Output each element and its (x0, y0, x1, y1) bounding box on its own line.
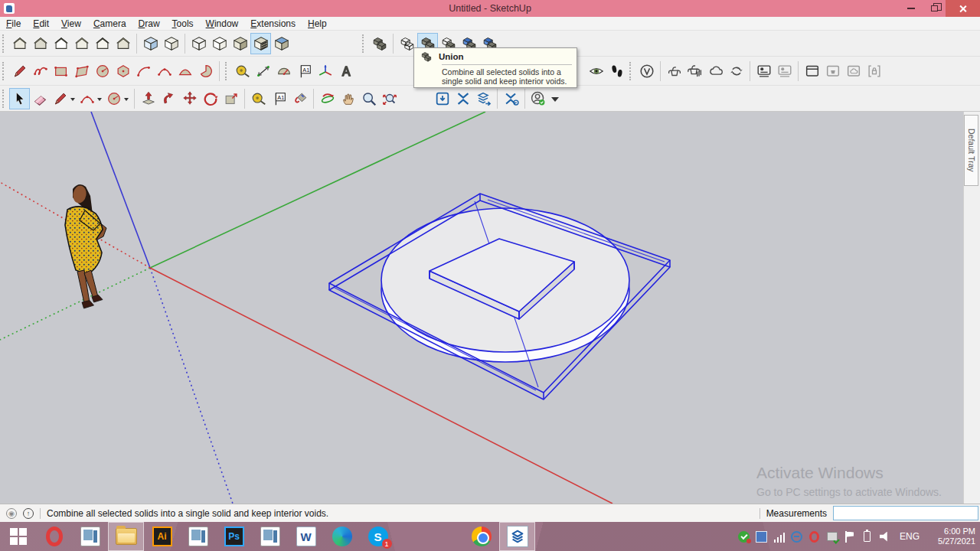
move-tool-button[interactable] (179, 88, 200, 109)
3d-text-button[interactable] (335, 60, 356, 82)
tape-measure-button[interactable] (232, 60, 253, 82)
text-tool-button[interactable]: A1 (269, 88, 289, 109)
view-back-button[interactable] (92, 33, 113, 54)
drawing-viewport[interactable]: Activate Windows Go to PC settings to ac… (0, 112, 963, 504)
menu-edit[interactable]: Edit (27, 18, 55, 30)
rectangle-tool-button[interactable] (51, 60, 71, 82)
windows-update-tray-icon[interactable] (826, 530, 838, 543)
vray-file-manager-button[interactable] (822, 60, 843, 82)
chevron-down-icon[interactable] (124, 98, 129, 103)
view-iso-button[interactable] (9, 33, 30, 54)
walk-button[interactable] (606, 60, 627, 82)
view-top-button[interactable] (30, 33, 51, 54)
dimension-button[interactable] (253, 60, 273, 82)
opera-tray-icon[interactable] (808, 530, 821, 543)
input-method-tray-icon[interactable] (756, 530, 768, 543)
select-tool-button[interactable] (9, 88, 30, 109)
chevron-down-icon[interactable] (70, 98, 75, 103)
orbit-tool-button[interactable] (317, 88, 338, 109)
zoom-tool-button[interactable] (358, 88, 379, 109)
start-button[interactable] (0, 522, 36, 551)
polygon-tool-button[interactable] (113, 60, 133, 82)
style-hidden-line-button[interactable] (209, 33, 230, 54)
style-monochrome-button[interactable] (271, 33, 292, 54)
3d-warehouse-button[interactable] (432, 88, 452, 109)
taskbar-app-window-3[interactable] (252, 522, 288, 551)
taskbar-skype[interactable]: S 1 (360, 522, 396, 551)
menu-extensions[interactable]: Extensions (244, 18, 302, 30)
style-shaded-button[interactable] (230, 33, 250, 54)
chevron-down-icon[interactable] (551, 97, 559, 104)
view-front-button[interactable] (51, 33, 71, 54)
credits-icon[interactable]: ↑ (23, 508, 34, 519)
rotate-tool-button[interactable] (200, 88, 220, 109)
style-wireframe-button[interactable] (188, 33, 209, 54)
text-tool-button[interactable]: A1 (294, 60, 315, 82)
close-button[interactable] (946, 0, 980, 17)
chevron-down-icon[interactable] (97, 98, 102, 103)
arc-tool-button[interactable] (133, 60, 154, 82)
antivirus-tray-icon[interactable] (738, 530, 750, 543)
outer-shell-button[interactable] (369, 33, 390, 54)
push-pull-button[interactable] (138, 88, 158, 109)
minimize-button[interactable] (900, 0, 923, 17)
action-center-flag-icon[interactable] (844, 530, 856, 543)
taskbar-illustrator[interactable]: Ai (144, 522, 180, 551)
taskbar-opera[interactable] (36, 522, 72, 551)
menu-view[interactable]: View (55, 18, 87, 30)
menu-camera[interactable]: Camera (87, 18, 132, 30)
style-xray-button[interactable] (140, 33, 161, 54)
tape-measure-button[interactable] (248, 88, 269, 109)
style-back-edges-button[interactable] (161, 33, 181, 54)
paint-bucket-button[interactable] (289, 88, 310, 109)
vray-logo-button[interactable] (636, 60, 657, 82)
menu-file[interactable]: File (0, 18, 27, 30)
send-to-layout-button[interactable] (473, 88, 494, 109)
axes-tool-button[interactable] (315, 60, 335, 82)
menu-help[interactable]: Help (302, 18, 333, 30)
view-right-button[interactable] (71, 33, 92, 54)
rotated-rectangle-tool-button[interactable] (71, 60, 92, 82)
arc-tool-dropdown-button[interactable] (77, 88, 104, 109)
network-signal-icon[interactable] (773, 530, 786, 543)
vray-update-proxies-button[interactable] (726, 60, 746, 82)
follow-me-button[interactable] (158, 88, 179, 109)
toolbar-grip[interactable] (2, 34, 6, 53)
two-point-arc-tool-button[interactable] (154, 60, 175, 82)
default-tray-tab[interactable]: Default Tray (964, 115, 978, 186)
toolbar-grip[interactable] (2, 90, 6, 108)
volume-icon[interactable] (879, 530, 891, 543)
vray-frame-buffer-history-button[interactable] (774, 60, 795, 82)
menu-draw[interactable]: Draw (132, 18, 166, 30)
view-left-button[interactable] (113, 33, 133, 54)
taskbar-app-window-2[interactable] (180, 522, 216, 551)
taskbar-edge[interactable] (324, 522, 360, 551)
toolbar-grip[interactable] (2, 62, 6, 80)
dell-support-tray-icon[interactable] (791, 530, 803, 543)
taskbar-chrome[interactable] (463, 522, 499, 551)
taskbar-file-explorer[interactable] (108, 522, 144, 551)
restore-button[interactable] (923, 0, 946, 17)
battery-icon[interactable] (861, 530, 874, 543)
taskbar-clock[interactable]: 6:00 PM 5/27/2021 (931, 527, 975, 546)
vray-interactive-render-button[interactable] (684, 60, 705, 82)
vray-lock-button[interactable] (864, 60, 884, 82)
taskbar-sketchup[interactable] (499, 522, 535, 551)
vray-cloud-manager-button[interactable] (843, 60, 864, 82)
three-point-arc-tool-button[interactable] (175, 60, 195, 82)
toolbar-grip[interactable] (629, 62, 633, 80)
toolbar-grip[interactable] (225, 62, 229, 80)
protractor-button[interactable] (273, 60, 294, 82)
zoom-extents-button[interactable] (379, 88, 400, 109)
circle-tool-button[interactable] (92, 60, 113, 82)
freehand-tool-button[interactable] (30, 60, 51, 82)
toolbar-grip[interactable] (362, 34, 366, 53)
menu-tools[interactable]: Tools (166, 18, 200, 30)
menu-window[interactable]: Window (200, 18, 245, 30)
taskbar-app-window-1[interactable] (72, 522, 108, 551)
extension-manager-button[interactable] (501, 88, 521, 109)
shapes-tool-dropdown-button[interactable] (104, 88, 131, 109)
line-tool-dropdown-button[interactable] (51, 88, 77, 109)
look-around-button[interactable] (586, 60, 606, 82)
taskbar-word[interactable]: W (288, 522, 324, 551)
